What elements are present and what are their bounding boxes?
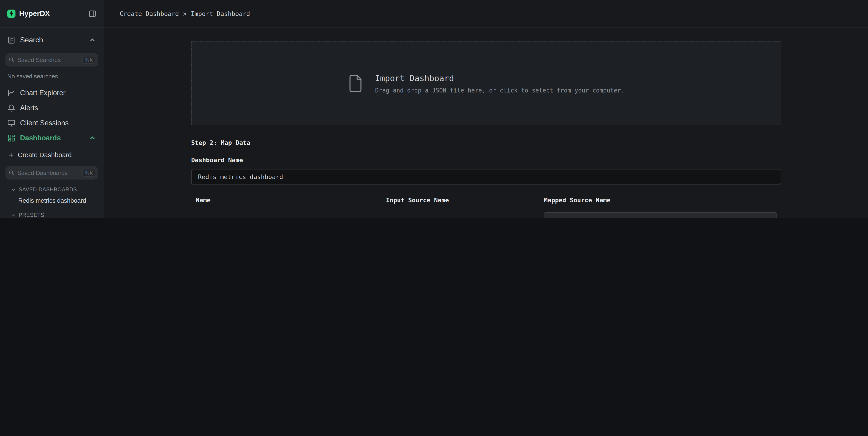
create-dashboard-button[interactable]: Create Dashboard bbox=[0, 149, 104, 161]
shortcut-badge: ⌘K bbox=[83, 56, 95, 63]
row-name: Average memory used bbox=[196, 217, 386, 218]
select-value: Metrics bbox=[550, 217, 576, 218]
saved-dashboards-searchbox[interactable]: ⌘K bbox=[5, 166, 98, 179]
shortcut-badge: ⌘K bbox=[83, 169, 95, 177]
table-row: Average memory used Metrics Metrics bbox=[191, 209, 781, 218]
search-section-label: Search bbox=[20, 36, 43, 44]
sidebar-item-chart-explorer[interactable]: Chart Explorer bbox=[0, 85, 104, 100]
monitor-icon bbox=[7, 119, 16, 127]
table-header-row: Name Input Source Name Mapped Source Nam… bbox=[191, 191, 781, 209]
mapping-table: Name Input Source Name Mapped Source Nam… bbox=[191, 191, 781, 218]
import-dropzone[interactable]: Import Dashboard Drag and drop a JSON fi… bbox=[191, 41, 781, 125]
dropzone-subtitle: Drag and drop a JSON file here, or click… bbox=[375, 87, 624, 94]
nav-label: Dashboards bbox=[20, 134, 61, 142]
search-section-icon bbox=[7, 36, 16, 44]
mapped-source-select[interactable]: Metrics bbox=[544, 212, 777, 218]
magnifier-icon bbox=[9, 57, 14, 63]
collapse-sidebar-icon[interactable] bbox=[88, 9, 96, 18]
brand-name: HyperDX bbox=[19, 9, 50, 18]
line-chart-icon bbox=[7, 89, 16, 97]
plus-icon bbox=[8, 152, 14, 158]
section-label: PRESETS bbox=[19, 212, 44, 218]
chevron-up-icon bbox=[88, 36, 96, 44]
chevron-down-icon bbox=[11, 187, 16, 192]
sidebar-item-dashboards[interactable]: Dashboards bbox=[0, 130, 104, 145]
nav-label: Client Sessions bbox=[20, 119, 69, 127]
no-saved-searches-text: No saved searches bbox=[7, 73, 96, 80]
column-header-name: Name bbox=[196, 196, 386, 204]
sidebar-item-alerts[interactable]: Alerts bbox=[0, 100, 104, 115]
dashboard-name-label: Dashboard Name bbox=[191, 156, 781, 164]
app-window: HyperDX Search ⌘K No saved searches bbox=[0, 0, 868, 218]
column-header-mapped-source: Mapped Source Name bbox=[544, 196, 781, 204]
sidebar-section-search[interactable]: Search bbox=[0, 32, 104, 48]
chevron-up-down-icon bbox=[765, 217, 771, 218]
saved-dashboards-section-toggle[interactable]: SAVED DASHBOARDS bbox=[0, 186, 104, 193]
step-title: Step 2: Map Data bbox=[191, 139, 781, 146]
breadcrumb-parent[interactable]: Create Dashboard bbox=[120, 10, 179, 17]
layout-dashboard-icon bbox=[7, 134, 16, 142]
nav-label: Chart Explorer bbox=[20, 89, 66, 97]
magnifier-icon bbox=[9, 170, 14, 176]
sidebar: HyperDX Search ⌘K No saved searches bbox=[0, 0, 104, 218]
breadcrumb: Create Dashboard > Import Dashboard bbox=[104, 0, 868, 28]
saved-dashboard-item[interactable]: Redis metrics dashboard bbox=[0, 195, 104, 206]
page-content: Import Dashboard Drag and drop a JSON fi… bbox=[104, 28, 868, 218]
nav-label: Alerts bbox=[20, 104, 38, 112]
create-dashboard-label: Create Dashboard bbox=[18, 151, 72, 158]
dropzone-title: Import Dashboard bbox=[375, 73, 624, 83]
saved-searches-input[interactable] bbox=[17, 57, 80, 63]
presets-section-toggle[interactable]: PRESETS bbox=[0, 211, 104, 218]
hyperdx-logo-icon bbox=[7, 9, 16, 18]
bell-icon bbox=[7, 104, 16, 112]
breadcrumb-separator: > bbox=[183, 10, 187, 17]
sidebar-nav: Chart Explorer Alerts Client Sessions Da… bbox=[0, 85, 104, 145]
sidebar-item-client-sessions[interactable]: Client Sessions bbox=[0, 115, 104, 130]
breadcrumb-current: Import Dashboard bbox=[191, 10, 250, 17]
section-label: SAVED DASHBOARDS bbox=[19, 187, 77, 192]
chevron-up-icon bbox=[88, 134, 96, 142]
sidebar-header: HyperDX bbox=[0, 0, 104, 28]
dashboard-name-input[interactable] bbox=[191, 169, 781, 184]
column-header-input-source: Input Source Name bbox=[386, 196, 544, 204]
saved-dashboards-input[interactable] bbox=[17, 170, 80, 176]
row-input-source: Metrics bbox=[386, 217, 544, 218]
chevron-down-icon bbox=[11, 212, 16, 217]
file-icon bbox=[348, 74, 363, 93]
main-area: Create Dashboard > Import Dashboard Impo… bbox=[104, 0, 868, 218]
saved-searches-searchbox[interactable]: ⌘K bbox=[5, 53, 98, 66]
